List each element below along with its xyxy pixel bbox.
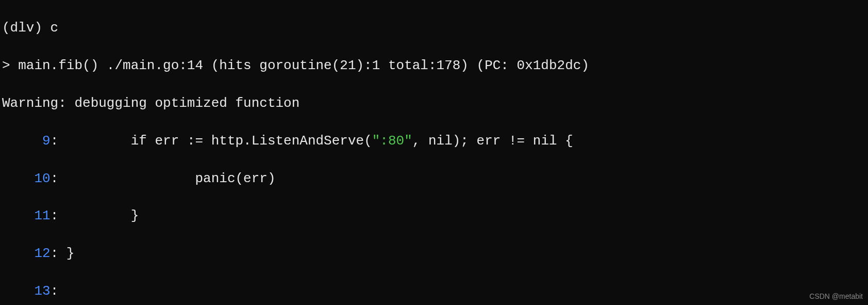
source-line-12: 12: } [2,244,866,263]
source-line-13: 13: [2,282,866,300]
watermark-text: CSDN @metabit [809,292,863,302]
terminal-output[interactable]: (dlv) c > main.fib() ./main.go:14 (hits … [0,0,868,305]
prompt-line: (dlv) c [2,19,866,37]
source-line-10: 10: panic(err) [2,169,866,188]
source-line-9: 9: if err := http.ListenAndServe(":80", … [2,132,866,150]
warning-line: Warning: debugging optimized function [2,94,866,113]
source-line-11: 11: } [2,206,866,225]
breakpoint-hit-line: > main.fib() ./main.go:14 (hits goroutin… [2,56,866,75]
